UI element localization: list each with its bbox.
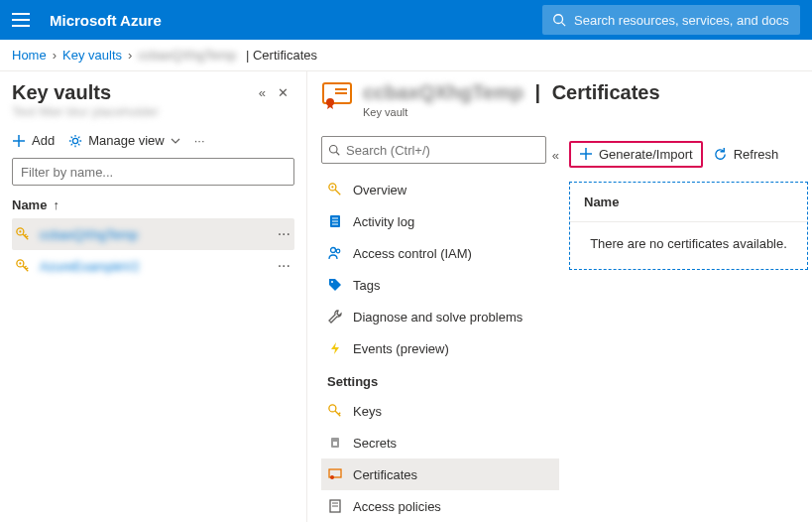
nav-secrets[interactable]: Secrets [321, 427, 559, 458]
detail-search-input[interactable] [346, 143, 539, 158]
breadcrumb-home[interactable]: Home [12, 48, 47, 63]
svg-point-13 [330, 146, 338, 154]
svg-point-16 [331, 186, 333, 188]
blade-subtitle: Text filter blur placeholder [12, 104, 294, 119]
policies-icon [327, 499, 343, 513]
breadcrumb: Home › Key vaults › ccbaxQXhgTemp | Cert… [0, 40, 812, 71]
key-icon [16, 227, 30, 241]
detail-subtitle: Key vault [363, 106, 660, 118]
nav-activity-log[interactable]: Activity log [321, 205, 559, 237]
blade-title: Key vaults [12, 81, 253, 104]
filter-input[interactable] [12, 158, 294, 186]
nav-overview[interactable]: Overview [321, 174, 559, 205]
svg-point-0 [554, 15, 563, 24]
global-search[interactable] [542, 5, 800, 35]
close-blade-icon[interactable]: ✕ [272, 81, 294, 104]
row-more-icon[interactable]: ··· [278, 257, 290, 275]
svg-point-21 [331, 248, 336, 253]
svg-point-6 [19, 230, 21, 232]
nav-certificates[interactable]: Certificates [321, 458, 559, 490]
search-icon [552, 13, 566, 27]
tag-icon [327, 278, 343, 292]
hamburger-menu-icon[interactable] [12, 13, 30, 27]
more-button[interactable]: ··· [194, 133, 205, 148]
lightning-icon [327, 341, 343, 355]
list-item-name: AzureExampleV2 [40, 259, 139, 274]
chevron-down-icon [171, 138, 180, 144]
nav-access-control[interactable]: Access control (IAM) [321, 237, 559, 269]
nav-diagnose[interactable]: Diagnose and solve problems [321, 301, 559, 332]
list-item[interactable]: ccbaxQXhgTemp ··· [12, 218, 294, 250]
chevron-right-icon: › [128, 48, 132, 63]
gear-icon [68, 134, 82, 148]
column-header-name[interactable]: Name [570, 183, 807, 222]
generate-import-label: Generate/Import [599, 147, 693, 162]
key-icon [16, 259, 30, 273]
add-label: Add [32, 133, 55, 148]
svg-point-24 [329, 405, 336, 412]
refresh-button[interactable]: Refresh [713, 147, 779, 162]
svg-point-10 [326, 98, 334, 106]
overview-icon [327, 183, 343, 196]
detail-title: ccbaxQXhgTemp | Certificates [363, 81, 660, 104]
empty-state-text: There are no certificates available. [570, 222, 807, 269]
breadcrumb-resource[interactable]: ccbaxQXhgTemp [138, 48, 236, 63]
row-more-icon[interactable]: ··· [278, 225, 290, 243]
column-header-name[interactable]: Name ↑ [12, 197, 294, 212]
wrench-icon [327, 310, 343, 324]
plus-icon [579, 147, 593, 161]
sort-asc-icon: ↑ [53, 197, 59, 212]
brand-label: Microsoft Azure [50, 12, 162, 29]
svg-point-8 [19, 262, 21, 264]
manage-view-label: Manage view [88, 133, 165, 148]
list-item[interactable]: AzureExampleV2 ··· [12, 250, 294, 282]
generate-import-button[interactable]: Generate/Import [569, 141, 703, 168]
chevron-right-icon: › [53, 48, 57, 63]
svg-point-23 [331, 281, 333, 283]
add-button[interactable]: Add [12, 133, 55, 148]
svg-rect-26 [333, 442, 337, 446]
svg-line-14 [336, 152, 339, 155]
nav-keys[interactable]: Keys [321, 395, 559, 427]
certificate-icon [321, 81, 353, 109]
svg-point-4 [73, 138, 78, 143]
manage-view-button[interactable]: Manage view [68, 133, 180, 148]
refresh-icon [713, 147, 728, 162]
search-icon [328, 144, 340, 156]
svg-point-22 [336, 249, 340, 253]
svg-point-28 [330, 475, 334, 479]
key-icon [327, 404, 343, 418]
global-header: Microsoft Azure [0, 0, 812, 40]
detail-nav: « Overview Activity log Access control (… [321, 136, 559, 522]
keyvaults-blade: Key vaults « ✕ Text filter blur placehol… [0, 71, 307, 522]
global-search-input[interactable] [574, 13, 790, 28]
blade-commandbar: Add Manage view ··· [12, 133, 294, 148]
certificates-content: Generate/Import Refresh Name There are n… [559, 136, 812, 522]
log-icon [327, 214, 343, 228]
refresh-label: Refresh [734, 147, 779, 162]
detail-blade: ccbaxQXhgTemp | Certificates Key vault « [307, 71, 812, 522]
nav-events[interactable]: Events (preview) [321, 332, 559, 364]
people-icon [327, 246, 343, 260]
collapse-nav-icon[interactable]: « [552, 148, 559, 163]
collapse-blade-icon[interactable]: « [253, 81, 272, 104]
certificate-icon [327, 467, 343, 481]
breadcrumb-suffix: | Certificates [242, 48, 317, 63]
nav-tags[interactable]: Tags [321, 269, 559, 301]
certificates-table: Name There are no certificates available… [569, 182, 808, 270]
plus-icon [12, 134, 26, 148]
breadcrumb-keyvaults[interactable]: Key vaults [62, 48, 122, 63]
secret-icon [327, 436, 343, 450]
list-item-name: ccbaxQXhgTemp [40, 227, 138, 242]
detail-search[interactable] [321, 136, 546, 164]
nav-access-policies[interactable]: Access policies [321, 490, 559, 522]
nav-group-settings: Settings [321, 364, 559, 395]
svg-line-1 [562, 23, 566, 27]
